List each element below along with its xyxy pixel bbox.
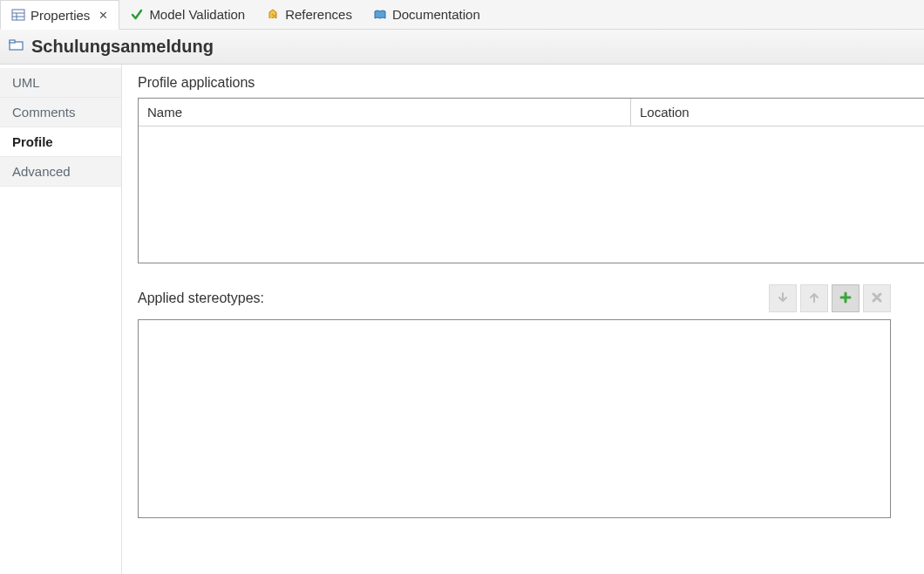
tab-documentation[interactable]: Documentation [363, 0, 491, 29]
profile-applications-table[interactable]: Name Location [138, 98, 924, 263]
tab-properties[interactable]: Properties ✕ [0, 0, 119, 30]
properties-icon [11, 8, 25, 22]
column-header-location[interactable]: Location [631, 99, 924, 126]
page-title: Schulungsanmeldung [31, 37, 214, 57]
table-header: Name Location [139, 99, 924, 126]
tab-label: Documentation [392, 7, 480, 22]
move-down-button[interactable] [769, 284, 797, 312]
svg-rect-0 [12, 10, 24, 20]
check-icon [130, 8, 144, 22]
sidebar-item-uml[interactable]: UML [0, 68, 121, 98]
close-icon[interactable]: ✕ [99, 10, 108, 21]
book-icon [373, 8, 387, 22]
sidebar-item-label: Profile [12, 134, 53, 149]
sidebar-item-advanced[interactable]: Advanced [0, 157, 121, 187]
arrow-down-icon [777, 291, 789, 306]
arrow-up-icon [808, 291, 820, 306]
tab-references[interactable]: References [255, 0, 363, 29]
move-up-button[interactable] [800, 284, 828, 312]
profile-content: Profile applications Name Location Appli… [122, 65, 924, 574]
column-header-name[interactable]: Name [139, 99, 631, 126]
stereotype-toolbar [769, 284, 891, 312]
add-button[interactable] [832, 284, 859, 312]
remove-button[interactable] [863, 284, 891, 312]
applied-stereotypes-list[interactable] [138, 319, 891, 518]
sidebar-item-profile[interactable]: Profile [0, 127, 121, 157]
svg-rect-5 [10, 40, 15, 43]
plus-icon [839, 291, 852, 306]
element-header: Schulungsanmeldung [0, 30, 924, 65]
folder-icon [9, 38, 24, 55]
sidebar-item-label: UML [12, 75, 40, 90]
tab-model-validation[interactable]: Model Validation [119, 0, 255, 29]
sidebar-item-label: Advanced [12, 164, 71, 179]
references-icon [266, 8, 280, 22]
sidebar-item-label: Comments [12, 105, 76, 120]
profile-applications-label: Profile applications [138, 75, 924, 91]
tab-label: References [285, 7, 352, 22]
view-tabs: Properties ✕ Model Validation References… [0, 0, 924, 30]
delete-icon [871, 291, 883, 306]
applied-stereotypes-label: Applied stereotypes: [138, 290, 264, 306]
tab-label: Properties [31, 8, 90, 23]
sidebar-item-comments[interactable]: Comments [0, 98, 121, 127]
tab-label: Model Validation [149, 7, 245, 22]
property-tabs-sidebar: UML Comments Profile Advanced [0, 65, 122, 574]
